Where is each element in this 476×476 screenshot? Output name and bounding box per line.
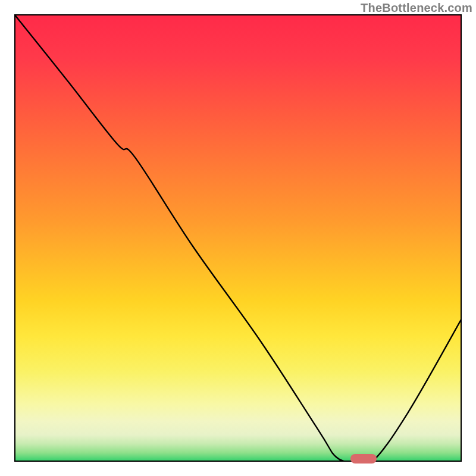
- bottleneck-curve: [14, 14, 462, 462]
- chart-stage: TheBottleneck.com: [0, 0, 476, 476]
- sweet-spot-marker: [350, 454, 377, 464]
- plot-area: [14, 14, 462, 462]
- watermark-text: TheBottleneck.com: [361, 1, 472, 15]
